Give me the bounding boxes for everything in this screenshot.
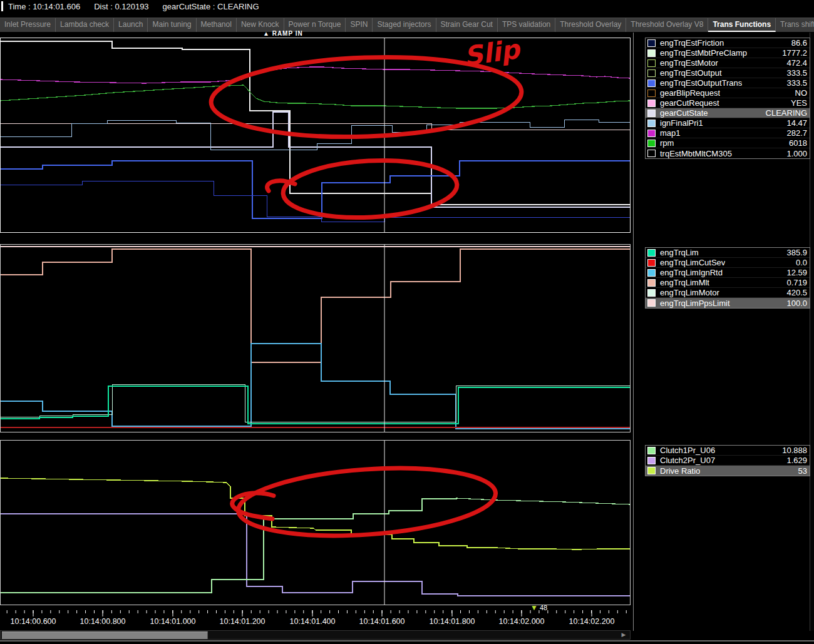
status-item-2: gearCutState : CLEARING <box>163 2 259 11</box>
tab-main-tuning[interactable]: Main tuning <box>148 18 196 32</box>
channel-value: YES <box>791 98 807 108</box>
channel-value: 53 <box>798 466 807 476</box>
trace-engtrqlim <box>1 386 630 424</box>
channel-color-swatch <box>647 110 656 117</box>
channel-value: CLEARING <box>766 108 807 118</box>
channel-name: gearCutRequest <box>660 98 719 108</box>
channel-row-gearbliprequest[interactable]: gearBlipRequestNO <box>646 88 810 98</box>
annotation-circle <box>282 156 458 222</box>
tab-spin[interactable]: SPIN <box>346 18 373 32</box>
chart-middle[interactable] <box>0 244 631 432</box>
channel-color-swatch <box>647 259 656 267</box>
channel-color-swatch <box>647 269 656 277</box>
channel-row-engtrqestoutput[interactable]: engTrqEstOutput333.5 <box>646 68 810 78</box>
trace-clutch1pr-u06 <box>1 498 630 593</box>
channel-row-gearcutstate[interactable]: gearCutStateCLEARING <box>646 108 810 118</box>
channel-value: 0.719 <box>786 278 807 287</box>
ruler-label: 10:14:00.800 <box>80 617 126 626</box>
chart-bottom[interactable] <box>0 440 631 605</box>
channel-name: Clutch1Pr_U06 <box>660 446 715 455</box>
channel-color-swatch <box>647 249 656 257</box>
vertical-divider[interactable] <box>633 33 634 631</box>
trace-clutch2pr-u07 <box>1 514 630 596</box>
channel-value: 12.59 <box>786 268 807 277</box>
channel-color-swatch <box>647 279 656 287</box>
channel-name: engTrqLimIgnRtd <box>660 268 723 277</box>
tab-strain-gear-cut[interactable]: Strain Gear Cut <box>436 18 498 32</box>
tab-staged-injectors[interactable]: Staged injectors <box>373 18 436 32</box>
channel-row-engtrqlim[interactable]: engTrqLim385.9 <box>646 248 810 258</box>
chart-top[interactable]: Slip <box>0 38 631 233</box>
ruler-label: 10:14:01.200 <box>220 617 265 626</box>
scrollbar-right-arrow-icon[interactable]: ▶ <box>619 631 629 638</box>
ruler-label: 10:14:02.200 <box>569 617 615 626</box>
trace-gearcutrequest <box>1 123 630 130</box>
status-bar-tick <box>1 1 3 11</box>
channel-name: engTrqEstMbtPreClamp <box>660 48 747 58</box>
channel-color-swatch <box>647 69 656 77</box>
channel-name: trqEstMbtMltCM305 <box>660 149 732 158</box>
channel-row-trqestmbtmltcm305[interactable]: trqEstMbtMltCM3051.000 <box>646 148 810 158</box>
channel-value: 333.5 <box>786 78 807 88</box>
scrollbar-thumb[interactable] <box>2 631 208 639</box>
channel-value: 385.9 <box>786 248 807 257</box>
right-scroll-strip[interactable] <box>810 33 814 631</box>
chart-top-svg: Slip <box>1 38 630 232</box>
channel-row-engtrqestmotor[interactable]: engTrqEstMotor472.4 <box>646 58 810 68</box>
channel-color-swatch <box>647 89 656 97</box>
ruler-label: 10:14:01.400 <box>290 617 336 626</box>
tab-threshold-overlay-v8[interactable]: Threshold Overlay V8 <box>626 18 708 32</box>
tab-trans-shift[interactable]: Trans shift <box>776 18 814 32</box>
tab-threshold-overlay[interactable]: Threshold Overlay <box>555 18 626 32</box>
channel-color-swatch <box>647 447 656 454</box>
channel-name: engTrqEstOutput <box>660 68 722 78</box>
channel-row-clutch2pr-u07[interactable]: Clutch2Pr_U071.629 <box>646 456 810 466</box>
channel-value: 0.0 <box>796 258 807 267</box>
ruler-label: 10:14:02.000 <box>499 617 545 626</box>
channel-row-engtrqestoutputtrans[interactable]: engTrqEstOutputTrans333.5 <box>646 78 810 88</box>
channel-color-swatch <box>647 289 656 297</box>
chart-bottom-svg <box>1 441 630 605</box>
channel-row-ignfinalpri1[interactable]: ignFinalPri114.47 <box>646 118 810 128</box>
tab-lambda-check[interactable]: Lambda check <box>56 18 114 32</box>
channel-value: NO <box>795 88 808 98</box>
channel-row-map1[interactable]: map1282.7 <box>646 128 810 138</box>
ruler-ticks <box>0 610 629 617</box>
channel-row-engtrqlimmotor[interactable]: engTrqLimMotor420.5 <box>646 288 810 298</box>
channel-color-swatch <box>647 467 656 474</box>
legend-trans-functions: engTrqEstFriction86.6engTrqEstMbtPreClam… <box>645 38 810 159</box>
tab-trans-functions[interactable]: Trans Functions <box>708 18 776 32</box>
tab-methanol[interactable]: Methanol <box>197 18 237 32</box>
channel-row-clutch1pr-u06[interactable]: Clutch1Pr_U0610.888 <box>646 446 810 456</box>
channel-row-engtrqlimmlt[interactable]: engTrqLimMlt0.719 <box>646 278 810 288</box>
time-ruler[interactable]: 10:14:00.60010:14:00.80010:14:01.00010:1… <box>0 610 631 629</box>
channel-color-swatch <box>647 130 656 137</box>
channel-row-engtrqlimppslimit[interactable]: engTrqLimPpsLimit100.0 <box>646 298 810 308</box>
channel-name: engTrqEstFriction <box>660 38 724 48</box>
channel-value: 1777.2 <box>782 48 807 58</box>
channel-row-engtrqlimcutsev[interactable]: engTrqLimCutSev0.0 <box>646 258 810 268</box>
channel-name: engTrqLimCutSev <box>660 258 725 267</box>
channel-row-engtrqlimignrtd[interactable]: engTrqLimIgnRtd12.59 <box>646 268 810 278</box>
tab-launch[interactable]: Launch <box>114 18 148 32</box>
channel-color-swatch <box>647 79 656 87</box>
channel-name: Drive Ratio <box>660 466 700 476</box>
status-item-1: Dist : 0.120193 <box>94 2 148 11</box>
channel-value: 100.0 <box>786 299 807 308</box>
channel-row-gearcutrequest[interactable]: gearCutRequestYES <box>646 98 810 108</box>
tab-inlet-pressure[interactable]: Inlet Pressure <box>0 18 56 32</box>
chart-middle-svg <box>1 245 630 432</box>
horizontal-scrollbar[interactable]: ▶ <box>0 630 631 640</box>
channel-name: engTrqEstMotor <box>660 58 718 68</box>
tab-tps-validation[interactable]: TPS validation <box>498 18 555 32</box>
app-window: Time : 10:14:01.606Dist : 0.120193gearCu… <box>0 0 814 644</box>
channel-name: gearCutState <box>660 108 708 118</box>
channel-name: Clutch2Pr_U07 <box>660 456 715 465</box>
channel-row-engtrqestfriction[interactable]: engTrqEstFriction86.6 <box>646 38 810 48</box>
annotation-text: Slip <box>462 38 523 72</box>
channel-row-drive-ratio[interactable]: Drive Ratio53 <box>646 466 810 476</box>
trace-rpm <box>1 85 630 108</box>
channel-name: rpm <box>660 138 674 148</box>
channel-row-rpm[interactable]: rpm6018 <box>646 138 810 148</box>
channel-row-engtrqestmbtpreclamp[interactable]: engTrqEstMbtPreClamp1777.2 <box>646 48 810 58</box>
